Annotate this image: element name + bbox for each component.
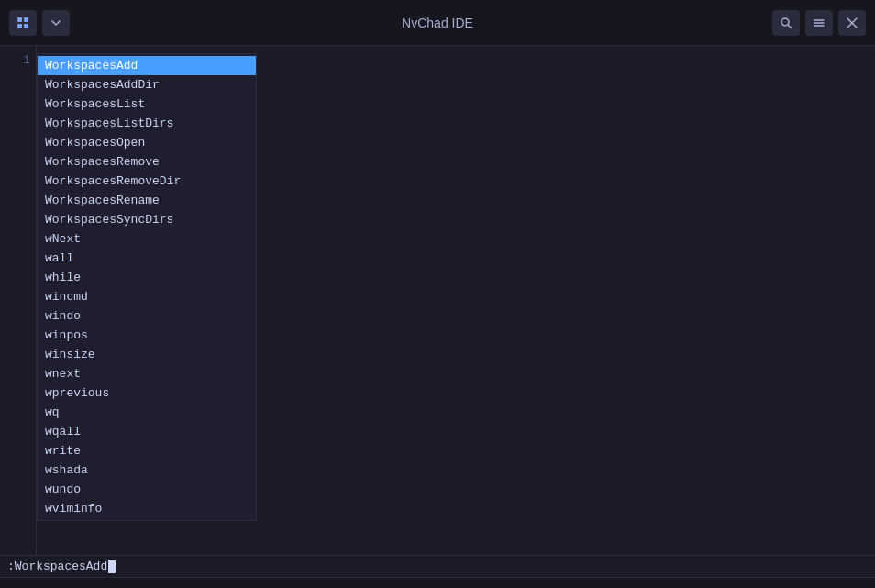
autocomplete-item[interactable]: WorkspacesSyncDirs <box>38 210 256 229</box>
autocomplete-item[interactable]: write <box>38 441 256 460</box>
command-cursor <box>108 560 116 573</box>
autocomplete-item[interactable]: wnext <box>38 364 256 383</box>
search-button[interactable] <box>772 10 800 36</box>
line-numbers: 1 <box>0 46 37 555</box>
autocomplete-item[interactable]: windo <box>38 306 256 326</box>
line-number-1: 1 <box>6 53 30 67</box>
svg-rect-3 <box>24 24 28 28</box>
svg-rect-0 <box>17 17 22 22</box>
autocomplete-item[interactable]: wviminfo <box>38 499 256 518</box>
title-bar: NvChad IDE <box>0 0 875 46</box>
bottom-section: :WorkspacesAdd nvchad_guide_v2.0 Bot <box>0 555 875 588</box>
window-title: NvChad IDE <box>402 16 473 30</box>
close-button[interactable] <box>838 10 866 36</box>
autocomplete-item[interactable]: wincmd <box>38 287 256 306</box>
status-bar: nvchad_guide_v2.0 Bot <box>0 577 875 588</box>
autocomplete-item[interactable]: winpos <box>38 326 256 345</box>
title-bar-left <box>9 10 70 36</box>
autocomplete-dropdown[interactable]: WorkspacesAddWorkspacesAddDirWorkspacesL… <box>37 53 257 521</box>
autocomplete-item[interactable]: WorkspacesAddDir <box>38 75 256 94</box>
autocomplete-item[interactable]: wprevious <box>38 383 256 403</box>
svg-line-5 <box>789 25 792 28</box>
svg-point-4 <box>781 18 789 26</box>
autocomplete-item[interactable]: wshada <box>38 460 256 480</box>
autocomplete-item[interactable]: wq <box>38 403 256 422</box>
autocomplete-item[interactable]: WorkspacesListDirs <box>38 114 256 133</box>
dropdown-button[interactable] <box>42 10 70 36</box>
autocomplete-item[interactable]: WorkspacesList <box>38 94 256 114</box>
main-content: 1 WorkspacesAddWorkspacesAddDirWorkspace… <box>0 46 875 555</box>
autocomplete-item[interactable]: wall <box>38 249 256 268</box>
editor-area[interactable]: WorkspacesAddWorkspacesAddDirWorkspacesL… <box>37 46 875 555</box>
autocomplete-item[interactable]: WorkspacesOpen <box>38 133 256 152</box>
command-line[interactable]: :WorkspacesAdd <box>0 555 875 577</box>
autocomplete-item[interactable]: WorkspacesAdd <box>38 56 256 75</box>
svg-rect-2 <box>17 24 22 28</box>
title-bar-right <box>772 10 866 36</box>
autocomplete-item[interactable]: WorkspacesRename <box>38 191 256 210</box>
autocomplete-item[interactable]: WorkspacesRemove <box>38 152 256 172</box>
autocomplete-item[interactable]: winsize <box>38 345 256 364</box>
autocomplete-item[interactable]: wNext <box>38 229 256 249</box>
command-text: :WorkspacesAdd <box>7 560 107 573</box>
menu-button[interactable] <box>805 10 833 36</box>
autocomplete-item[interactable]: wqall <box>38 422 256 441</box>
autocomplete-item[interactable]: while <box>38 268 256 287</box>
svg-rect-1 <box>24 17 28 22</box>
app-icon-button[interactable] <box>9 10 37 36</box>
autocomplete-item[interactable]: WorkspacesRemoveDir <box>38 172 256 191</box>
autocomplete-item[interactable]: wundo <box>38 480 256 499</box>
